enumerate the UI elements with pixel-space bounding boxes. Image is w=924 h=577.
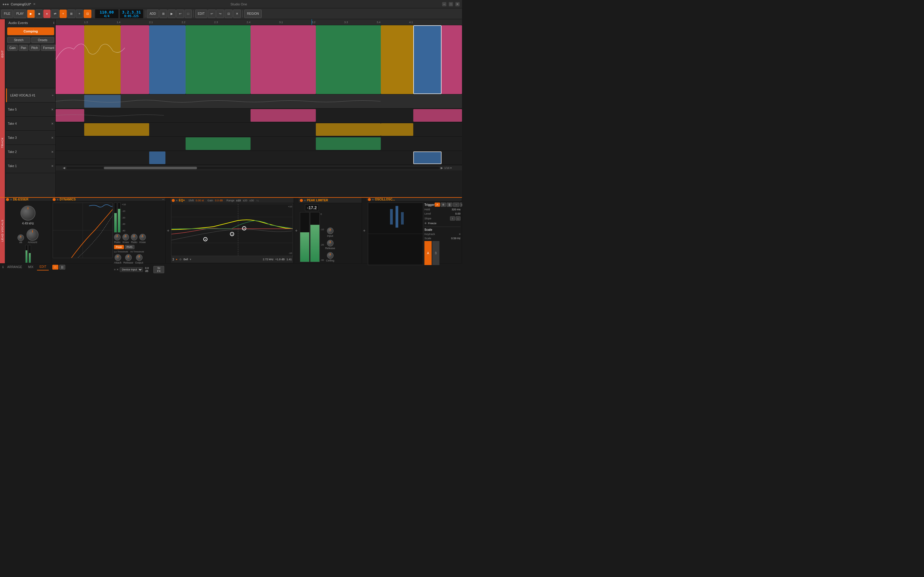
scroll-left-btn[interactable]: ◀ bbox=[63, 166, 65, 169]
sc-fx-button[interactable]: Sc FX bbox=[153, 266, 164, 273]
tab-bars-button[interactable]: ||| bbox=[447, 203, 452, 207]
position-display[interactable]: 3.2.3.31 0:05.225 bbox=[120, 9, 144, 19]
oscilloscope-power[interactable] bbox=[368, 198, 371, 201]
formant-button[interactable]: Formant bbox=[41, 45, 56, 51]
onsets-button[interactable]: Onsets bbox=[31, 37, 55, 43]
add-track-button[interactable]: ADD bbox=[147, 10, 158, 18]
dynamics-power[interactable] bbox=[53, 198, 56, 201]
undo-button[interactable]: ↩ bbox=[208, 10, 216, 18]
slope-up-button[interactable]: ↑ bbox=[450, 216, 455, 221]
pan-button[interactable]: Pan bbox=[19, 45, 28, 51]
copy-button[interactable]: ⊡ bbox=[225, 10, 233, 18]
attack-knob[interactable] bbox=[115, 254, 121, 261]
add-module-2[interactable]: + bbox=[294, 198, 299, 263]
add-plugin-1-icon[interactable]: + bbox=[167, 228, 170, 233]
new-track-button[interactable]: + bbox=[76, 10, 83, 18]
eq-band-power[interactable]: ● bbox=[176, 258, 178, 261]
take4-clip-pink3[interactable] bbox=[413, 109, 462, 122]
tab-play-button[interactable]: ▶ bbox=[460, 203, 462, 207]
peak-button[interactable]: Peak bbox=[114, 245, 124, 249]
close-button[interactable]: ✕ bbox=[456, 2, 460, 6]
take1-clip-blue2[interactable] bbox=[413, 152, 442, 164]
dyn-input-select[interactable]: Device Input bbox=[120, 267, 143, 272]
take4-clip-pink2[interactable] bbox=[250, 109, 315, 122]
release-knob[interactable] bbox=[125, 254, 132, 261]
take5-track[interactable] bbox=[56, 94, 462, 108]
add-module-1[interactable]: + bbox=[166, 198, 171, 263]
add-take-icon[interactable]: + bbox=[52, 94, 53, 97]
comping-button[interactable]: Comping bbox=[7, 27, 54, 35]
tempo-display[interactable]: 110.00 4/4 bbox=[95, 9, 119, 19]
take5-close[interactable]: ✕ bbox=[51, 108, 53, 111]
clip-gold-2[interactable] bbox=[381, 25, 413, 94]
knee1-knob[interactable] bbox=[123, 234, 129, 240]
take3-track[interactable] bbox=[56, 122, 462, 137]
eq-power[interactable] bbox=[172, 199, 175, 202]
loop-button[interactable]: ⇄ bbox=[51, 10, 59, 18]
clip-gold-1[interactable] bbox=[84, 25, 121, 94]
pitch-button[interactable]: Pitch bbox=[29, 45, 40, 51]
take2-clip-green1[interactable] bbox=[186, 137, 250, 150]
input-knob[interactable] bbox=[327, 227, 334, 234]
scrollbar-track[interactable] bbox=[66, 167, 439, 169]
clip-green-2[interactable] bbox=[316, 25, 381, 94]
take4-clip-pink[interactable] bbox=[56, 109, 84, 122]
clip-blue-1[interactable] bbox=[149, 25, 186, 94]
add-module-3[interactable]: + bbox=[362, 198, 367, 263]
slope-down-button[interactable]: ↓ bbox=[456, 216, 461, 221]
tab-arrow-button[interactable]: → bbox=[453, 203, 459, 207]
de-esser-freq-knob[interactable] bbox=[21, 206, 36, 221]
add-plugin-2-icon[interactable]: + bbox=[295, 228, 297, 233]
delete-button[interactable]: ✕ bbox=[233, 10, 241, 18]
edit-button[interactable]: EDIT bbox=[195, 10, 208, 18]
eq-curve-display[interactable]: 4 2 5 +10 -10 bbox=[171, 204, 293, 256]
scroll-right-btn[interactable]: ▶ bbox=[441, 166, 443, 169]
eq-range-30[interactable]: ±30 bbox=[249, 199, 254, 202]
eq-range-20[interactable]: ±20 bbox=[243, 199, 247, 202]
minimize-button[interactable]: ─ bbox=[442, 2, 446, 6]
clip-pink-2[interactable] bbox=[121, 25, 149, 94]
tab-b-button[interactable]: B bbox=[441, 203, 446, 207]
de-esser-power[interactable] bbox=[6, 198, 9, 201]
play-button[interactable]: ▶ bbox=[27, 10, 35, 18]
knee2-knob[interactable] bbox=[139, 234, 146, 240]
output-knob[interactable] bbox=[136, 254, 142, 261]
take1-clip-blue1[interactable] bbox=[149, 152, 165, 164]
play-mode-button[interactable]: PLAY bbox=[13, 10, 26, 18]
ratio1-knob[interactable] bbox=[114, 234, 121, 240]
close-tab-btn[interactable]: ✕ bbox=[33, 2, 36, 6]
add-plugin-3-icon[interactable]: + bbox=[363, 228, 365, 233]
folder-button[interactable]: □ bbox=[185, 10, 192, 18]
eq-band-dropdown[interactable]: ▾ bbox=[190, 258, 191, 261]
take1-track[interactable] bbox=[56, 151, 462, 165]
a-indicator[interactable]: A bbox=[425, 241, 431, 265]
take3-close[interactable]: ✕ bbox=[51, 136, 53, 139]
tab-a-button[interactable]: A bbox=[435, 203, 440, 207]
take3-clip-gold1[interactable] bbox=[84, 123, 149, 136]
clip-blue-2[interactable] bbox=[413, 25, 442, 94]
record-button[interactable]: ● bbox=[43, 10, 50, 18]
add-button[interactable]: + bbox=[60, 10, 67, 18]
gain-button[interactable]: Gain bbox=[7, 45, 18, 51]
ceiling-knob[interactable] bbox=[327, 252, 334, 259]
redo-button[interactable]: ↪ bbox=[216, 10, 224, 18]
comp-view-button[interactable]: ⊞ bbox=[67, 10, 75, 18]
stretch-button[interactable]: Stretch bbox=[7, 37, 31, 43]
take3-clip-gold2[interactable] bbox=[316, 123, 381, 136]
bounce-button[interactable]: ↩ bbox=[176, 10, 184, 18]
scrollbar-thumb[interactable] bbox=[104, 167, 197, 169]
rms-button[interactable]: RMS bbox=[125, 245, 134, 249]
freeze-label[interactable]: Freeze bbox=[428, 222, 436, 225]
peak-limiter-power[interactable] bbox=[300, 199, 303, 202]
region-button[interactable]: REGION bbox=[244, 10, 262, 18]
dynamics-minimize[interactable]: ─ bbox=[162, 198, 164, 201]
de-esser-knob2[interactable] bbox=[18, 234, 24, 241]
stop-button[interactable]: ■ bbox=[36, 10, 43, 18]
clip-green-1[interactable] bbox=[186, 25, 250, 94]
ratio2-knob[interactable] bbox=[131, 234, 137, 240]
take2-clip-green2[interactable] bbox=[316, 137, 381, 150]
take1-close[interactable]: ✕ bbox=[51, 164, 53, 168]
main-track[interactable] bbox=[56, 25, 462, 94]
take4-close[interactable]: ✕ bbox=[51, 122, 53, 125]
take3-clip-gold3[interactable] bbox=[381, 123, 413, 136]
